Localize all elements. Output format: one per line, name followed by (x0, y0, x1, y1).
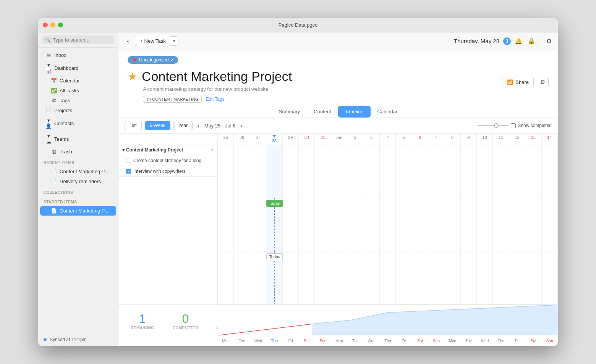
toolbar-divider (541, 37, 541, 45)
minimize-button[interactable] (50, 23, 55, 27)
tab-content[interactable]: Content (307, 106, 338, 118)
cal-date-5: 30 (299, 134, 315, 145)
tab-summary[interactable]: Summary (272, 106, 307, 118)
search-box[interactable]: 🔍 (42, 35, 114, 44)
grid-task-cell-1-4 (283, 251, 299, 304)
projects-icon: 📄 (45, 108, 52, 113)
tab-timeline[interactable]: Timeline (338, 106, 371, 118)
task-checkbox-1[interactable]: ✓ (126, 169, 131, 174)
day-label-20: Sun (542, 337, 558, 346)
burndown-svg (218, 305, 558, 335)
project-settings-button[interactable]: ⚙ (537, 77, 549, 87)
toolbar-date: Thursday, May 28 (454, 38, 499, 44)
close-button[interactable] (43, 23, 48, 27)
settings-icon[interactable]: ⚙ (546, 37, 552, 45)
new-task-label: + New Task (140, 38, 165, 44)
sidebar-item-inbox[interactable]: ✉ Inbox (40, 50, 116, 60)
sidebar-item-calendar[interactable]: 📅 Calendar (40, 76, 116, 85)
grid-task-cell-0-2 (250, 198, 266, 251)
sidebar-item-starred-0[interactable]: 📄 Content Marketing P... (40, 206, 116, 216)
project-title: Content Marketing Project (142, 69, 292, 84)
timeline-controls: List 6-Week Year ‹ May 25 - Jul 6 › Show (118, 118, 558, 134)
cal-date-16: 10 (477, 134, 493, 145)
edit-tags-link[interactable]: Edit Tags (206, 97, 224, 102)
cal-date-19: 13 (525, 134, 541, 145)
grid-header-cell-0 (218, 145, 234, 198)
view-6week-button[interactable]: 6-Week (145, 121, 170, 130)
alltasks-icon: ✅ (51, 88, 57, 93)
grid-header-cell-16 (477, 145, 493, 198)
grid-header-cell-14 (444, 145, 460, 198)
category-emoji: 📌 (131, 57, 137, 63)
grid-task-cell-1-13 (428, 251, 444, 304)
cal-date-11: 5 (396, 134, 412, 145)
sidebar-item-recent-0[interactable]: 📄 Content Marketing P... (40, 167, 116, 176)
grid-task-cell-0-5 (299, 198, 315, 251)
grid-header-cell-19 (525, 145, 541, 198)
day-label-18: Fri (509, 337, 525, 346)
sidebar-item-alltasks[interactable]: ✅ All Tasks (40, 86, 116, 95)
sidebar-item-dashboard[interactable]: ▾ 📊 Dashboard (40, 60, 116, 76)
view-year-button[interactable]: Year (173, 121, 193, 130)
sync-label: Synced at 1:21pm (50, 337, 87, 342)
sidebar-item-contacts[interactable]: ▾ 👤 Contacts (40, 116, 116, 131)
show-completed-checkbox[interactable] (511, 123, 516, 128)
grid-task-cell-1-0 (218, 251, 234, 304)
cal-date-10: 4 (380, 134, 396, 145)
grid-task-cell-1-1 (234, 251, 250, 304)
project-subtitle: A content marketing strategy for our new… (143, 86, 549, 92)
cal-date-7: Jun (331, 134, 347, 145)
main-content: ‹ + New Task ▾ Thursday, May 28 3 🔔 🔒 ⚙ (118, 32, 558, 346)
sidebar-item-label-calendar: Calendar (60, 78, 80, 84)
app-body: 🔍 ✉ Inbox ▾ 📊 Dashboard 📅 Calendar (38, 32, 558, 346)
sidebar-item-teams[interactable]: ▾ ☁ Teams (40, 131, 116, 147)
tab-calendar[interactable]: Calendar (371, 106, 405, 118)
zoom-slider[interactable] (477, 125, 508, 126)
project-row-header: ▾ Content Marketing Project + (118, 145, 217, 155)
grid-header-cell-5 (299, 145, 315, 198)
contacts-icon: ▾ 👤 (45, 118, 52, 129)
sidebar-item-projects[interactable]: 📄 Projects (40, 106, 116, 115)
back-button[interactable]: ‹ (125, 36, 131, 46)
lock-icon[interactable]: 🔒 (528, 37, 535, 45)
grid-task-row-1: Today (218, 251, 558, 304)
grid-task-cell-0-8 (347, 198, 363, 251)
recent-item-0: Content Marketing P... (60, 169, 109, 174)
stats-panel: 1 REMAINING 0 COMPLETED 0 OVERDUE (118, 305, 218, 337)
maximize-button[interactable] (58, 23, 63, 27)
starred-item-0: Content Marketing P... (60, 208, 109, 214)
task-bar-1: Today (266, 253, 282, 260)
prev-button[interactable]: ‹ (196, 122, 201, 129)
new-task-dropdown-button[interactable]: ▾ (170, 36, 178, 46)
task-checkbox-0[interactable] (126, 158, 131, 163)
search-input[interactable] (53, 37, 111, 43)
show-completed-control: Show completed (511, 123, 552, 128)
task-labels: ▾ Content Marketing Project + Create con… (118, 145, 218, 304)
content-marketing-tag[interactable]: 🏷 CONTENT MARKETING (143, 96, 202, 103)
sidebar-item-tags[interactable]: 🏷 Tags (40, 96, 116, 105)
notification-badge[interactable]: 3 (503, 37, 511, 45)
view-list-button[interactable]: List (125, 121, 142, 130)
dashboard-icon: ▾ 📊 (45, 62, 52, 74)
grid-header-cell-18 (509, 145, 525, 198)
grid-task-cell-1-17 (493, 251, 509, 304)
sidebar-item-label-dashboard: Dashboard (54, 65, 79, 71)
project-header: 📌 Uncategorized ✓ ★ Content Marketing Pr… (118, 50, 558, 106)
day-label-5: Sat (299, 337, 315, 346)
grid-task-cell-0-17 (493, 198, 509, 251)
next-button[interactable]: › (238, 122, 244, 129)
project-category-tag[interactable]: 📌 Uncategorized ✓ (128, 56, 178, 64)
bell-icon[interactable]: 🔔 (515, 37, 522, 45)
share-button[interactable]: 📶 Share (502, 77, 534, 87)
cal-date-1: 26 (234, 134, 250, 145)
day-label-14: Mon (444, 337, 460, 346)
add-task-button[interactable]: + (211, 147, 214, 153)
grid-header-cell-12 (412, 145, 428, 198)
sidebar-item-trash[interactable]: 🗑 Trash (40, 147, 116, 156)
task-label-0: Create content strategy for a blog (133, 158, 201, 163)
sidebar-item-recent-1[interactable]: 📄 Delivery reminders (40, 177, 116, 186)
tags-icon: 🏷 (51, 98, 57, 103)
project-star[interactable]: ★ (128, 70, 137, 83)
new-task-button[interactable]: + New Task (135, 36, 170, 46)
grid-project-row (218, 145, 558, 198)
